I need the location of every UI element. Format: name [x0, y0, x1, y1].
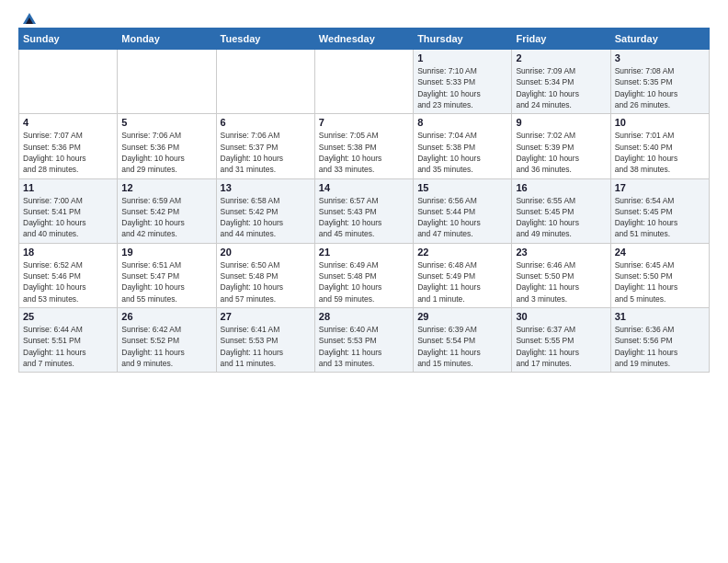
calendar-cell: 7Sunrise: 7:05 AM Sunset: 5:38 PM Daylig… — [314, 114, 413, 178]
day-number: 3 — [615, 52, 705, 63]
calendar-header-row: SundayMondayTuesdayWednesdayThursdayFrid… — [19, 29, 710, 50]
day-number: 7 — [319, 117, 409, 128]
day-detail: Sunrise: 6:48 AM Sunset: 5:49 PM Dayligh… — [417, 259, 507, 304]
day-number: 20 — [221, 247, 311, 258]
day-number: 25 — [23, 311, 113, 322]
day-number: 4 — [23, 117, 113, 128]
calendar-cell: 2Sunrise: 7:09 AM Sunset: 5:34 PM Daylig… — [512, 50, 610, 114]
day-number: 10 — [615, 117, 705, 128]
calendar-cell: 31Sunrise: 6:36 AM Sunset: 5:56 PM Dayli… — [610, 308, 709, 373]
calendar-week-4: 18Sunrise: 6:52 AM Sunset: 5:46 PM Dayli… — [19, 243, 710, 307]
day-number: 12 — [121, 182, 211, 193]
calendar-cell: 18Sunrise: 6:52 AM Sunset: 5:46 PM Dayli… — [19, 243, 118, 307]
day-detail: Sunrise: 6:56 AM Sunset: 5:44 PM Dayligh… — [417, 195, 507, 240]
day-detail: Sunrise: 6:58 AM Sunset: 5:42 PM Dayligh… — [221, 195, 311, 240]
calendar-cell — [118, 50, 216, 114]
day-detail: Sunrise: 6:49 AM Sunset: 5:48 PM Dayligh… — [319, 259, 409, 304]
day-detail: Sunrise: 7:05 AM Sunset: 5:38 PM Dayligh… — [319, 130, 409, 175]
calendar-cell: 25Sunrise: 6:44 AM Sunset: 5:51 PM Dayli… — [19, 308, 118, 373]
day-detail: Sunrise: 7:01 AM Sunset: 5:40 PM Dayligh… — [615, 130, 705, 175]
day-detail: Sunrise: 6:46 AM Sunset: 5:50 PM Dayligh… — [516, 259, 606, 304]
day-number: 18 — [23, 247, 113, 258]
col-header-saturday: Saturday — [610, 29, 709, 50]
day-detail: Sunrise: 6:54 AM Sunset: 5:45 PM Dayligh… — [615, 195, 705, 240]
day-number: 27 — [221, 311, 311, 322]
day-detail: Sunrise: 7:09 AM Sunset: 5:34 PM Dayligh… — [516, 65, 606, 110]
calendar-cell: 23Sunrise: 6:46 AM Sunset: 5:50 PM Dayli… — [512, 243, 610, 307]
day-number: 24 — [615, 247, 705, 258]
day-detail: Sunrise: 7:10 AM Sunset: 5:33 PM Dayligh… — [417, 65, 507, 110]
day-detail: Sunrise: 6:51 AM Sunset: 5:47 PM Dayligh… — [121, 259, 211, 304]
day-number: 1 — [417, 52, 507, 63]
day-number: 30 — [516, 311, 606, 322]
calendar-cell: 4Sunrise: 7:07 AM Sunset: 5:36 PM Daylig… — [19, 114, 118, 178]
day-detail: Sunrise: 6:45 AM Sunset: 5:50 PM Dayligh… — [615, 259, 705, 304]
day-detail: Sunrise: 7:02 AM Sunset: 5:39 PM Dayligh… — [516, 130, 606, 175]
calendar-week-2: 4Sunrise: 7:07 AM Sunset: 5:36 PM Daylig… — [19, 114, 710, 178]
calendar-cell: 27Sunrise: 6:41 AM Sunset: 5:53 PM Dayli… — [216, 308, 314, 373]
calendar-cell — [314, 50, 413, 114]
calendar-cell: 21Sunrise: 6:49 AM Sunset: 5:48 PM Dayli… — [314, 243, 413, 307]
day-detail: Sunrise: 6:57 AM Sunset: 5:43 PM Dayligh… — [319, 195, 409, 240]
day-detail: Sunrise: 6:44 AM Sunset: 5:51 PM Dayligh… — [23, 324, 113, 369]
calendar-cell: 28Sunrise: 6:40 AM Sunset: 5:53 PM Dayli… — [314, 308, 413, 373]
calendar-cell: 3Sunrise: 7:08 AM Sunset: 5:35 PM Daylig… — [610, 50, 709, 114]
day-detail: Sunrise: 7:00 AM Sunset: 5:41 PM Dayligh… — [23, 195, 113, 240]
day-number: 15 — [417, 182, 507, 193]
day-number: 21 — [319, 247, 409, 258]
calendar-cell: 10Sunrise: 7:01 AM Sunset: 5:40 PM Dayli… — [610, 114, 709, 178]
day-detail: Sunrise: 7:07 AM Sunset: 5:36 PM Dayligh… — [23, 130, 113, 175]
calendar-cell: 19Sunrise: 6:51 AM Sunset: 5:47 PM Dayli… — [118, 243, 216, 307]
logo — [18, 15, 38, 20]
calendar-week-5: 25Sunrise: 6:44 AM Sunset: 5:51 PM Dayli… — [19, 308, 710, 373]
day-number: 31 — [615, 311, 705, 322]
calendar-cell: 8Sunrise: 7:04 AM Sunset: 5:38 PM Daylig… — [414, 114, 512, 178]
day-number: 5 — [121, 117, 211, 128]
col-header-thursday: Thursday — [414, 29, 512, 50]
day-detail: Sunrise: 7:06 AM Sunset: 5:37 PM Dayligh… — [221, 130, 311, 175]
calendar-cell: 13Sunrise: 6:58 AM Sunset: 5:42 PM Dayli… — [216, 178, 314, 243]
calendar-cell: 11Sunrise: 7:00 AM Sunset: 5:41 PM Dayli… — [19, 178, 118, 243]
col-header-friday: Friday — [512, 29, 610, 50]
day-detail: Sunrise: 6:41 AM Sunset: 5:53 PM Dayligh… — [221, 324, 311, 369]
day-number: 28 — [319, 311, 409, 322]
day-detail: Sunrise: 6:39 AM Sunset: 5:54 PM Dayligh… — [417, 324, 507, 369]
day-number: 19 — [121, 247, 211, 258]
day-number: 14 — [319, 182, 409, 193]
day-number: 23 — [516, 247, 606, 258]
calendar-week-3: 11Sunrise: 7:00 AM Sunset: 5:41 PM Dayli… — [19, 178, 710, 243]
calendar-cell: 29Sunrise: 6:39 AM Sunset: 5:54 PM Dayli… — [414, 308, 512, 373]
day-detail: Sunrise: 6:59 AM Sunset: 5:42 PM Dayligh… — [121, 195, 211, 240]
day-number: 8 — [417, 117, 507, 128]
calendar-cell: 12Sunrise: 6:59 AM Sunset: 5:42 PM Dayli… — [118, 178, 216, 243]
day-detail: Sunrise: 6:55 AM Sunset: 5:45 PM Dayligh… — [516, 195, 606, 240]
day-detail: Sunrise: 6:50 AM Sunset: 5:48 PM Dayligh… — [221, 259, 311, 304]
calendar-cell: 5Sunrise: 7:06 AM Sunset: 5:36 PM Daylig… — [118, 114, 216, 178]
day-detail: Sunrise: 6:52 AM Sunset: 5:46 PM Dayligh… — [23, 259, 113, 304]
day-number: 11 — [23, 182, 113, 193]
day-detail: Sunrise: 7:06 AM Sunset: 5:36 PM Dayligh… — [121, 130, 211, 175]
calendar-cell: 16Sunrise: 6:55 AM Sunset: 5:45 PM Dayli… — [512, 178, 610, 243]
day-detail: Sunrise: 6:36 AM Sunset: 5:56 PM Dayligh… — [615, 324, 705, 369]
col-header-wednesday: Wednesday — [314, 29, 413, 50]
col-header-sunday: Sunday — [19, 29, 118, 50]
calendar-cell: 1Sunrise: 7:10 AM Sunset: 5:33 PM Daylig… — [414, 50, 512, 114]
day-detail: Sunrise: 6:40 AM Sunset: 5:53 PM Dayligh… — [319, 324, 409, 369]
calendar-week-1: 1Sunrise: 7:10 AM Sunset: 5:33 PM Daylig… — [19, 50, 710, 114]
day-number: 16 — [516, 182, 606, 193]
logo-icon — [21, 11, 38, 26]
day-number: 13 — [221, 182, 311, 193]
calendar-cell: 9Sunrise: 7:02 AM Sunset: 5:39 PM Daylig… — [512, 114, 610, 178]
page-header — [18, 15, 710, 20]
day-number: 26 — [121, 311, 211, 322]
day-number: 9 — [516, 117, 606, 128]
calendar-cell: 20Sunrise: 6:50 AM Sunset: 5:48 PM Dayli… — [216, 243, 314, 307]
calendar-cell: 30Sunrise: 6:37 AM Sunset: 5:55 PM Dayli… — [512, 308, 610, 373]
calendar-cell: 17Sunrise: 6:54 AM Sunset: 5:45 PM Dayli… — [610, 178, 709, 243]
col-header-monday: Monday — [118, 29, 216, 50]
calendar-cell: 6Sunrise: 7:06 AM Sunset: 5:37 PM Daylig… — [216, 114, 314, 178]
calendar-cell — [19, 50, 118, 114]
calendar-cell: 26Sunrise: 6:42 AM Sunset: 5:52 PM Dayli… — [118, 308, 216, 373]
calendar-cell — [216, 50, 314, 114]
col-header-tuesday: Tuesday — [216, 29, 314, 50]
